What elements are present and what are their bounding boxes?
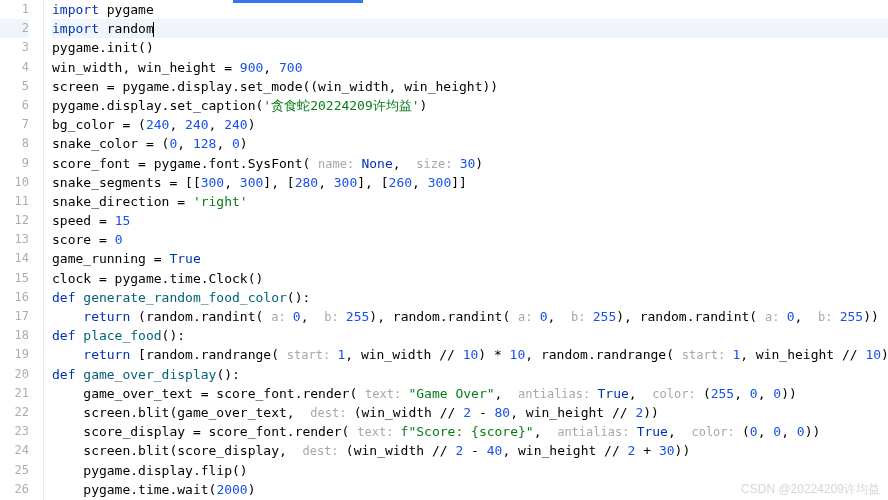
line-number[interactable]: 14 xyxy=(0,249,29,268)
line-number[interactable]: 5 xyxy=(0,77,29,96)
token-num: 300 xyxy=(428,175,451,190)
token-hint: a: xyxy=(271,310,293,324)
line-number[interactable]: 22 xyxy=(0,403,29,422)
code-line[interactable]: screen = pygame.display.set_mode((win_wi… xyxy=(52,77,888,96)
line-number[interactable]: 18 xyxy=(0,326,29,345)
code-line[interactable]: speed = 15 xyxy=(52,211,888,230)
token-ident: , random.randrange( xyxy=(525,347,682,362)
line-number[interactable]: 4 xyxy=(0,58,29,77)
token-num: 900 xyxy=(240,60,263,75)
line-number[interactable]: 11 xyxy=(0,192,29,211)
line-number[interactable]: 17 xyxy=(0,307,29,326)
token-num: 10 xyxy=(510,347,526,362)
token-def-name: game_over_display xyxy=(83,367,216,382)
token-ident: , xyxy=(209,117,225,132)
token-ident: , win_height // xyxy=(502,443,627,458)
code-line[interactable]: import pygame xyxy=(52,0,888,19)
code-line[interactable]: game_running = True xyxy=(52,249,888,268)
token-kw: return xyxy=(83,347,130,362)
code-line[interactable]: score = 0 xyxy=(52,230,888,249)
line-number[interactable]: 15 xyxy=(0,269,29,288)
code-line[interactable]: score_display = score_font.render( text:… xyxy=(52,422,888,441)
token-kw: return xyxy=(83,309,130,324)
code-editor[interactable]: 1234567891011121314151617181920212223242… xyxy=(0,0,888,500)
token-str: "Game Over" xyxy=(408,386,494,401)
token-ident: ( xyxy=(703,386,711,401)
code-line[interactable]: screen.blit(score_display, dest: (win_wi… xyxy=(52,441,888,460)
token-bool: None xyxy=(361,156,392,171)
line-number[interactable]: 9 xyxy=(0,154,29,173)
token-ident: , xyxy=(781,424,797,439)
token-ident: )) xyxy=(805,424,821,439)
line-number[interactable]: 1 xyxy=(0,0,29,19)
token-num: 0 xyxy=(232,136,240,151)
code-line[interactable]: pygame.display.flip() xyxy=(52,461,888,480)
line-number[interactable]: 10 xyxy=(0,173,29,192)
line-number-gutter[interactable]: 1234567891011121314151617181920212223242… xyxy=(0,0,44,500)
token-ident: (win_width // xyxy=(354,405,464,420)
token-ident: screen.blit(score_display, xyxy=(83,443,302,458)
token-num: 255 xyxy=(840,309,863,324)
token-hint: a: xyxy=(518,310,540,324)
code-line[interactable]: def game_over_display(): xyxy=(52,365,888,384)
token-bool: True xyxy=(637,424,668,439)
token-ident: )) xyxy=(863,309,879,324)
token-num: 80 xyxy=(495,405,511,420)
code-line[interactable]: def place_food(): xyxy=(52,326,888,345)
token-ident: pygame.time.wait( xyxy=(83,482,216,497)
token-str: 'right' xyxy=(193,194,248,209)
token-num: 30 xyxy=(659,443,675,458)
token-hint: start: xyxy=(287,348,338,362)
line-number[interactable]: 8 xyxy=(0,134,29,153)
code-line[interactable]: score_font = pygame.font.SysFont( name: … xyxy=(52,154,888,173)
line-number[interactable]: 24 xyxy=(0,441,29,460)
line-number[interactable]: 21 xyxy=(0,384,29,403)
token-str: f"Score: {score}" xyxy=(401,424,534,439)
code-line[interactable]: def generate_random_food_color(): xyxy=(52,288,888,307)
token-ident: (): xyxy=(216,367,239,382)
token-num: 0 xyxy=(773,386,781,401)
token-hint: text: xyxy=(365,387,408,401)
token-num: 0 xyxy=(797,424,805,439)
code-line[interactable]: import random xyxy=(52,19,888,38)
line-number[interactable]: 26 xyxy=(0,480,29,499)
code-line[interactable]: snake_segments = [[300, 300], [280, 300]… xyxy=(52,173,888,192)
token-num: 300 xyxy=(240,175,263,190)
token-num: 0 xyxy=(773,424,781,439)
token-num: 128 xyxy=(193,136,216,151)
code-line[interactable]: bg_color = (240, 240, 240) xyxy=(52,115,888,134)
token-ident: game_over_text = score_font.render( xyxy=(83,386,365,401)
token-ident: ), random.randint( xyxy=(616,309,765,324)
code-line[interactable]: clock = pygame.time.Clock() xyxy=(52,269,888,288)
line-number[interactable]: 16 xyxy=(0,288,29,307)
code-line[interactable]: pygame.init() xyxy=(52,38,888,57)
token-ident: , xyxy=(169,117,185,132)
token-hint: dest: xyxy=(310,406,353,420)
token-ident: random xyxy=(107,21,154,36)
code-line[interactable]: screen.blit(game_over_text, dest: (win_w… xyxy=(52,403,888,422)
line-number[interactable]: 12 xyxy=(0,211,29,230)
line-number[interactable]: 19 xyxy=(0,345,29,364)
line-number[interactable]: 2 xyxy=(0,19,29,38)
code-line[interactable]: game_over_text = score_font.render( text… xyxy=(52,384,888,403)
code-area[interactable]: import pygameimport randompygame.init()w… xyxy=(44,0,888,500)
code-line[interactable]: win_width, win_height = 900, 700 xyxy=(52,58,888,77)
token-ident: , xyxy=(263,60,279,75)
token-num: 240 xyxy=(224,117,247,132)
line-number[interactable]: 20 xyxy=(0,365,29,384)
code-line[interactable]: pygame.display.set_caption('贪食蛇20224209许… xyxy=(52,96,888,115)
line-number[interactable]: 7 xyxy=(0,115,29,134)
code-line[interactable]: return [random.randrange( start: 1, win_… xyxy=(52,345,888,364)
line-number[interactable]: 6 xyxy=(0,96,29,115)
line-number[interactable]: 25 xyxy=(0,461,29,480)
line-number[interactable]: 3 xyxy=(0,38,29,57)
line-number[interactable]: 13 xyxy=(0,230,29,249)
code-line[interactable]: return (random.randint( a: 0, b: 255), r… xyxy=(52,307,888,326)
code-line[interactable]: snake_color = (0, 128, 0) xyxy=(52,134,888,153)
token-kw: def xyxy=(52,367,75,382)
code-line[interactable]: snake_direction = 'right' xyxy=(52,192,888,211)
token-ident: , xyxy=(301,309,324,324)
token-ident: , xyxy=(758,424,774,439)
line-number[interactable]: 23 xyxy=(0,422,29,441)
token-kw: def xyxy=(52,328,75,343)
